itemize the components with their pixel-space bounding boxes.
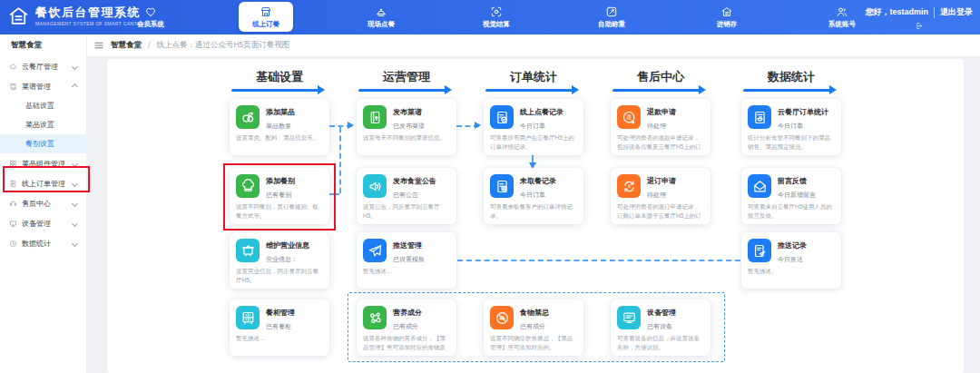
inventory-icon — [720, 5, 733, 18]
card-subtitle: 菜品数量 — [266, 122, 291, 131]
onsite-order-icon — [375, 5, 387, 18]
add-dish-icon — [236, 105, 260, 129]
logout-button[interactable]: 退出登录 — [940, 6, 973, 18]
card-business-info[interactable]: 维护营业信息 营业信息： 设置营业信息，同步显示到云餐厅H5。 — [230, 232, 329, 289]
column-arrow — [611, 86, 710, 94]
cloud-restaurant-icon — [9, 63, 17, 71]
hamburger-icon[interactable] — [93, 40, 104, 51]
svg-text:退: 退 — [626, 113, 632, 120]
announcement-icon — [363, 174, 387, 198]
card-description: 可处理消费者的退订申请记录，订购订单来源于云餐厅H5上的订单。 — [617, 202, 705, 221]
sidebar-subitem-basic-settings[interactable]: 基础设置 — [0, 96, 86, 115]
sidebar-item-online-order-manage[interactable]: 线上订单管理 — [0, 173, 86, 193]
card-subtitle: 已设置模板 — [393, 255, 425, 264]
card-title: 发布食堂公告 — [393, 176, 436, 186]
self-weigh-icon — [605, 5, 618, 18]
card-push-record[interactable]: 推送记录 今日推送 暂无描述。 — [741, 232, 841, 289]
card-order-stats[interactable]: 云餐厅订单统计 今日订单 统计分析食堂不同餐别下的菜品销售、菜品预定情况。 — [741, 99, 841, 155]
sidebar-item-device-manage[interactable]: 设备管理 — [0, 213, 86, 233]
nav-item-onsite-order[interactable]: 现场点餐 — [354, 2, 408, 32]
nav-item-label: 线上订餐 — [252, 20, 279, 29]
card-title: 餐柜管理 — [266, 308, 295, 318]
card-uncollected-meal[interactable]: 未取餐记录 今日订单 可查看未取餐客户的订单详情记录。 — [484, 168, 583, 224]
chevron-down-icon — [72, 200, 78, 206]
nav-item-self-weigh[interactable]: 自助称重 — [584, 2, 639, 32]
card-description: 暂无描述... — [363, 267, 451, 276]
logout-icon[interactable] — [916, 22, 924, 30]
card-refund-request[interactable]: 退 退款申请 待处理 可处理消费者的退款申请记录，包括设备点餐及云餐厅H5上的订… — [611, 99, 710, 155]
card-feedback[interactable]: 留言反馈 今日新增留言 可查看来自云餐厅H5使用人员的留言反馈。 — [741, 168, 841, 224]
card-description: 可查看所有用户在云餐厅H5上的订单详情记录。 — [490, 133, 578, 152]
nav-item-member-system[interactable]: 会员系统 — [123, 2, 178, 32]
card-device-manage[interactable]: 设备管理 已有设备 可查看设备的信息，并设置设备名称，方便识别。 — [611, 299, 710, 356]
card-subtitle: 待处理 — [647, 122, 666, 131]
card-subtitle: 已有餐柜 — [266, 322, 291, 331]
card-description: 设置菜类、配料、菜品信息等。 — [236, 133, 324, 142]
meal-type-icon — [236, 174, 260, 198]
nav-item-system-account[interactable]: 系统账号 — [815, 2, 869, 32]
sidebar-item-label: 售后中心 — [22, 199, 68, 209]
nav-item-vision-checkout[interactable]: 视觉结算 — [469, 2, 524, 32]
card-unsubscribe-request[interactable]: ¥ 退订申请 待处理 可处理消费者的退订申请记录，订购订单来源于云餐厅H5上的订… — [611, 168, 710, 224]
card-add-dish[interactable]: 添加菜品 菜品数量 设置菜类、配料、菜品信息等。 — [230, 99, 329, 155]
column-title-order-stats: 订单统计 — [484, 69, 583, 85]
breadcrumb-separator: / — [148, 41, 150, 50]
sidebar-subitem-mealtype-settings[interactable]: 餐别设置 — [0, 134, 86, 153]
card-publish-menu[interactable]: 发布菜谱 已发布菜谱 设置每天不同餐别的菜谱信息。 — [357, 99, 456, 155]
sidebar-subitem-dish-settings[interactable]: 菜品设置 — [0, 115, 86, 134]
card-subtitle: 已有设备 — [647, 322, 672, 331]
card-title: 添加餐别 — [266, 176, 295, 186]
card-description: 可查看设备的信息，并设置设备名称，方便识别。 — [617, 334, 705, 352]
sidebar-item-recipe-manage[interactable]: 菜谱管理 — [0, 76, 86, 96]
card-subtitle: 营业信息： — [266, 255, 298, 264]
card-description: 设置不同餐别，其订餐规则、取餐方式等。 — [236, 202, 324, 221]
card-title: 设备管理 — [647, 308, 676, 318]
aftersale-center-icon — [9, 200, 17, 208]
nav-item-inventory[interactable]: 进销存 — [700, 2, 754, 32]
card-description: 可查看未取餐客户的订单详情记录。 — [490, 202, 578, 221]
card-title: 添加菜品 — [266, 107, 295, 117]
refund-request-icon: 退 — [617, 105, 641, 129]
sidebar-item-aftersale-center[interactable]: 售后中心 — [0, 193, 86, 213]
card-push-manage[interactable]: 推送管理 已设置模板 暂无描述... — [357, 232, 456, 289]
system-account-icon — [836, 5, 848, 18]
card-title: 退订申请 — [647, 176, 676, 186]
component-manage-icon — [9, 160, 17, 168]
column-title-aftersale: 售后中心 — [611, 69, 710, 85]
sidebar-item-label: 数据统计 — [22, 239, 68, 249]
card-order-record[interactable]: 线上点餐记录 今日订单 可查看所有用户在云餐厅H5上的订单详情记录。 — [484, 99, 583, 155]
column-title-data-stats: 数据统计 — [741, 69, 841, 85]
sidebar-item-cloud-restaurant[interactable]: 云餐厅管理 — [0, 56, 86, 76]
top-navbar: 餐饮后台管理系统 MANAGEMENT SYSTEM OF SMART CANT… — [0, 0, 980, 34]
column-arrow — [230, 86, 329, 94]
card-food-taboo[interactable]: 食物禁忌 已有成分 设置不同病症饮食禁忌，【菜品管理】里可添加对应的。 — [484, 299, 583, 356]
card-nutrition[interactable]: 营养成分 已有成分 设置各种食物的营养成分，【菜品管理】里可添加对应的食物及分.… — [357, 299, 456, 356]
sidebar-item-label: 云餐厅管理 — [22, 62, 68, 72]
card-announcement[interactable]: 发布食堂公告 已有公告 设置公告，同步显示到云餐厅H5。 — [357, 168, 456, 224]
chevron-down-icon — [72, 240, 78, 246]
nav-item-online-order[interactable]: 线上订餐 — [239, 2, 293, 32]
online-order-icon — [260, 5, 272, 18]
card-description: 统计分析食堂不同餐别下的菜品销售、菜品预定情况。 — [748, 133, 836, 152]
flow-connector — [329, 193, 339, 195]
card-title: 推送管理 — [393, 240, 422, 250]
card-description: 设置公告，同步显示到云餐厅H5。 — [363, 202, 451, 221]
card-subtitle: 已有成分 — [393, 322, 418, 331]
nav-item-label: 视觉结算 — [483, 20, 510, 29]
user-greeting: 您好，testadmin — [865, 6, 928, 18]
card-add-mealtype[interactable]: 添加餐别 已有餐别 设置不同餐别，其订餐规则、取餐方式等。 — [230, 168, 329, 224]
card-title: 云餐厅订单统计 — [778, 107, 828, 117]
card-subtitle: 已有成分 — [520, 322, 545, 331]
order-record-icon — [490, 105, 514, 129]
card-subtitle: 待处理 — [647, 191, 666, 200]
sidebar-item-data-stats[interactable]: 数据统计 — [0, 233, 86, 253]
card-subtitle: 已发布菜谱 — [393, 122, 425, 131]
sidebar-header: 智慧食堂 — [0, 34, 86, 56]
card-title: 退款申请 — [647, 107, 676, 117]
chevron-up-icon — [72, 83, 78, 89]
card-title: 留言反馈 — [778, 176, 807, 186]
canteen-logo-icon — [7, 5, 30, 27]
sidebar-item-component-manage[interactable]: 菜品组件管理 — [0, 153, 86, 173]
breadcrumb-root[interactable]: 智慧食堂 — [111, 40, 142, 51]
card-cabinet-manage[interactable]: 餐柜管理 已有餐柜 暂无描述... — [230, 299, 329, 356]
